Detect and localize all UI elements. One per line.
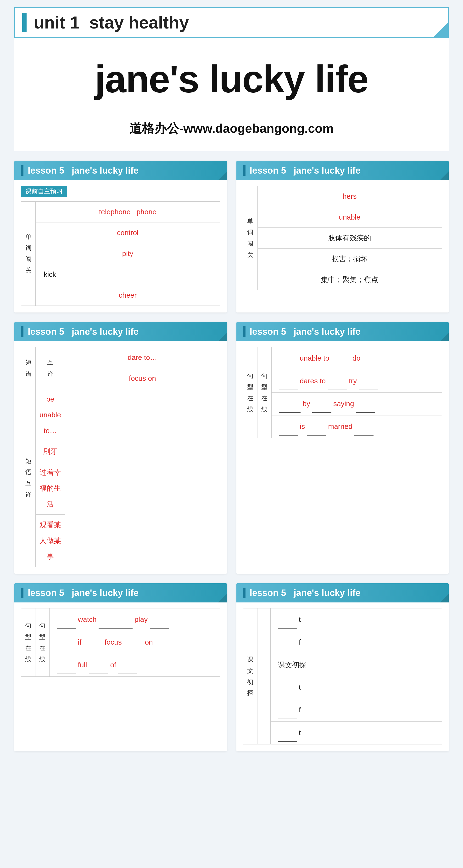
label-sentence2: 句型在线 — [257, 347, 271, 438]
reading-content: f — [270, 699, 442, 722]
card-body-6: 课文初探 t f 课文初探 — [236, 602, 449, 751]
table-row: f — [243, 699, 442, 722]
vocab-content: cheer — [36, 285, 220, 306]
card-phrase: lesson 5 jane's lucky life 短语 互译 dare to… — [14, 322, 227, 574]
hero-title: jane's lucky life — [29, 57, 434, 101]
card-lesson-label: lesson 5 jane's lucky life — [250, 327, 361, 337]
label-mutual: 互译 — [36, 347, 65, 389]
table-row: unable — [243, 207, 442, 228]
card-header-corner — [218, 172, 227, 180]
label-reading2 — [257, 609, 270, 744]
table-row: 过着幸福的生活 — [21, 462, 220, 515]
label-short2: 短语互译 — [21, 389, 36, 567]
label-sentence: 句型在线 — [21, 609, 35, 677]
table-row: cheer — [21, 285, 220, 306]
card-header-1: lesson 5 jane's lucky life — [14, 161, 227, 180]
reading-content: t — [270, 722, 442, 744]
table-row: t — [243, 722, 442, 744]
card-header-corner — [218, 594, 227, 602]
table-row: 句型在线 句型在线 unable to do — [243, 347, 442, 370]
table-row: 单词闯关 hers — [243, 186, 442, 207]
card-header-corner — [440, 172, 449, 180]
card-header-accent — [21, 327, 24, 337]
table-row: 观看某人做某事 — [21, 515, 220, 567]
vocab-content — [64, 264, 220, 285]
card-header-accent — [243, 588, 245, 598]
label-short: 短语 — [21, 347, 36, 389]
unit-title: stay healthy — [89, 13, 189, 32]
reading-content: f — [270, 631, 442, 654]
phrase-content: dare to… — [65, 347, 220, 368]
vocab-content: telephone phone — [36, 202, 220, 222]
table-row: is married — [243, 415, 442, 438]
table-row: 短语互译 be unable to… — [21, 389, 220, 441]
card-header-accent — [243, 327, 245, 337]
card-body-5: 句型在线 句型在线 watch play — [14, 602, 227, 683]
table-row: pity — [21, 243, 220, 264]
table-row: control — [21, 222, 220, 243]
card-lesson-label: lesson 5 jane's lucky life — [250, 165, 361, 176]
label-sentence: 句型在线 — [243, 347, 257, 438]
card-vocab-2: lesson 5 jane's lucky life 单词闯关 hers una… — [236, 161, 449, 312]
reading-content: t — [270, 676, 442, 699]
table-row: kick — [21, 264, 220, 285]
card-header-accent — [21, 165, 24, 176]
table-row: t — [243, 676, 442, 699]
card-sentence-1: lesson 5 jane's lucky life 句型在线 句型在线 una… — [236, 322, 449, 574]
card-body-2: 单词闯关 hers unable 肢体有残疾的 — [236, 180, 449, 297]
table-row: 损害；损坏 — [243, 249, 442, 269]
table-row: by saying — [243, 393, 442, 415]
vocab-table-2: 单词闯关 hers unable 肢体有残疾的 — [243, 186, 442, 290]
card-header-6: lesson 5 jane's lucky life — [236, 583, 449, 602]
table-row: 课文初探 t — [243, 609, 442, 631]
header-corner-decoration — [434, 23, 448, 37]
sentence-content: if focus on — [49, 631, 220, 654]
phrase-content: 过着幸福的生活 — [36, 462, 65, 515]
cards-grid: lesson 5 jane's lucky life 课前自主预习 单词闯关 t… — [14, 161, 449, 751]
card-header-corner — [218, 333, 227, 341]
table-row: 课文初探 — [243, 654, 442, 676]
card-header-accent — [243, 165, 245, 176]
sentence-content: is married — [271, 415, 442, 438]
vocab-content: unable — [258, 207, 442, 228]
sentence-content: dares to try — [271, 370, 442, 393]
card-vocab-1: lesson 5 jane's lucky life 课前自主预习 单词闯关 t… — [14, 161, 227, 312]
table-row: 肢体有残疾的 — [243, 228, 442, 249]
label-sentence2: 句型在线 — [35, 609, 49, 677]
label-reading1: 课文初探 — [243, 609, 257, 744]
vocab-content: 肢体有残疾的 — [258, 228, 442, 249]
card-header-5: lesson 5 jane's lucky life — [14, 583, 227, 602]
hero-subtitle: 道格办公-www.daogebangong.com — [29, 120, 434, 137]
card-lesson-label: lesson 5 jane's lucky life — [28, 165, 138, 176]
card-body-3: 短语 互译 dare to… focus on 短语互译 be unable t… — [14, 341, 227, 574]
tag-badge-preview: 课前自主预习 — [21, 186, 67, 197]
reading-table: 课文初探 t f 课文初探 — [243, 608, 442, 744]
table-row: 短语 互译 dare to… — [21, 347, 220, 368]
card-lesson-label: lesson 5 jane's lucky life — [28, 588, 138, 598]
phrase-table: 短语 互译 dare to… focus on 短语互译 be unable t… — [21, 347, 220, 567]
vocab-content: hers — [258, 186, 442, 207]
card-lesson-label: lesson 5 jane's lucky life — [28, 327, 138, 337]
sentence-content: by saying — [271, 393, 442, 415]
card-lesson-label: lesson 5 jane's lucky life — [250, 588, 361, 598]
reading-content: t — [270, 609, 442, 631]
sentence-table-1: 句型在线 句型在线 unable to do — [243, 347, 442, 438]
table-row: 句型在线 句型在线 watch play — [21, 609, 220, 631]
sentence-table-2: 句型在线 句型在线 watch play — [21, 608, 220, 677]
card-header-4: lesson 5 jane's lucky life — [236, 322, 449, 341]
vocab-content: kick — [36, 264, 64, 285]
card-header-corner — [440, 594, 449, 602]
table-row: full of — [21, 654, 220, 677]
table-row: f — [243, 631, 442, 654]
sentence-content: watch play — [49, 609, 220, 631]
card-body-1: 课前自主预习 单词闯关 telephone phone control pity — [14, 180, 227, 312]
card-body-4: 句型在线 句型在线 unable to do — [236, 341, 449, 445]
table-row: if focus on — [21, 631, 220, 654]
table-row: 刷牙 — [21, 441, 220, 462]
vocab-table-1: 单词闯关 telephone phone control pity — [21, 202, 220, 306]
card-header-2: lesson 5 jane's lucky life — [236, 161, 449, 180]
label-single: 单词闯关 — [243, 186, 258, 290]
vocab-content: 集中；聚集；焦点 — [258, 269, 442, 290]
sentence-content: full of — [49, 654, 220, 677]
table-row: 集中；聚集；焦点 — [243, 269, 442, 290]
